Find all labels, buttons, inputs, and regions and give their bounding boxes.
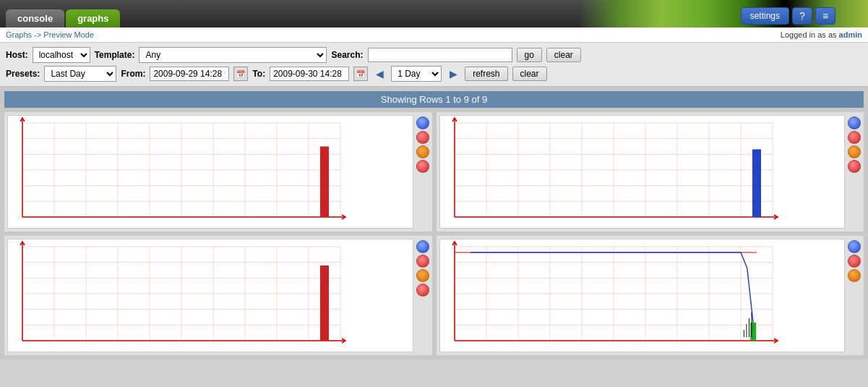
template-select[interactable]: Any — [139, 47, 327, 63]
search-label: Search: — [331, 50, 363, 60]
graph-1[interactable] — [7, 115, 413, 229]
template-label: Template: — [95, 50, 135, 60]
graph-2-zoom-icon[interactable] — [848, 116, 861, 129]
graph-2-down-icon[interactable] — [848, 131, 861, 144]
settings-button[interactable]: settings — [741, 7, 789, 25]
to-calendar-button[interactable]: 📅 — [353, 67, 368, 81]
tab-graphs[interactable]: graphs — [66, 9, 120, 27]
menu-icon-button[interactable]: ≡ — [815, 7, 835, 25]
graph-4-zoom-icon[interactable] — [848, 240, 861, 253]
graph-2-delete-icon[interactable] — [848, 160, 861, 173]
content-area: Showing Rows 1 to 9 of 9 — [0, 87, 868, 360]
breadcrumb-page: Preview Mode — [43, 30, 94, 39]
go-button[interactable]: go — [517, 48, 542, 62]
host-select[interactable]: localhost — [33, 47, 90, 63]
graph-1-icons — [416, 115, 429, 173]
logged-in-status: Logged in as as admin — [781, 30, 862, 39]
graph-4-down-icon[interactable] — [848, 255, 861, 268]
graph-2-icons — [848, 115, 861, 173]
from-label: From: — [121, 69, 145, 79]
logged-in-user: admin — [839, 30, 862, 39]
graph-cell-4 — [437, 236, 864, 355]
presets-label: Presets: — [6, 69, 40, 79]
graph-3-icons — [416, 239, 429, 297]
toolbar: Host: localhost Template: Any Search: go… — [0, 43, 868, 87]
search-input[interactable] — [368, 48, 512, 62]
header: console graphs settings ? ≡ — [0, 0, 868, 27]
toolbar-row-1: Host: localhost Template: Any Search: go… — [6, 47, 862, 63]
breadcrumb: Graphs -> Preview Mode Logged in as as a… — [0, 27, 868, 43]
graph-cell-2 — [437, 112, 864, 231]
graph-1-zoom-icon[interactable] — [416, 116, 429, 129]
graph-3-delete-icon[interactable] — [416, 284, 429, 297]
graph-3-down-icon[interactable] — [416, 255, 429, 268]
from-calendar-button[interactable]: 📅 — [233, 67, 248, 81]
clear-button-1[interactable]: clear — [546, 48, 581, 62]
help-icon-button[interactable]: ? — [792, 7, 812, 25]
tab-console[interactable]: console — [6, 9, 64, 27]
clear-button-2[interactable]: clear — [512, 67, 547, 81]
graph-1-delete-icon[interactable] — [416, 160, 429, 173]
presets-select[interactable]: Last Day — [44, 66, 116, 82]
next-interval-button[interactable]: ▶ — [446, 67, 460, 81]
graph-2[interactable] — [439, 115, 846, 229]
breadcrumb-link[interactable]: Graphs — [6, 30, 32, 39]
breadcrumb-separator: -> — [34, 30, 43, 39]
graph-1-edit-icon[interactable] — [416, 145, 429, 158]
header-right-buttons: settings ? ≡ — [741, 7, 835, 25]
graph-cell-3 — [4, 236, 432, 355]
graphs-grid — [4, 112, 864, 355]
prev-interval-button[interactable]: ◀ — [372, 67, 387, 81]
to-input[interactable] — [270, 67, 349, 81]
graph-3-edit-icon[interactable] — [416, 269, 429, 282]
showing-rows-bar: Showing Rows 1 to 9 of 9 — [4, 91, 864, 108]
graph-1-down-icon[interactable] — [416, 131, 429, 144]
graph-3-zoom-icon[interactable] — [416, 240, 429, 253]
graph-4-edit-icon[interactable] — [848, 269, 861, 282]
interval-select[interactable]: 1 Day — [391, 66, 442, 82]
refresh-button[interactable]: refresh — [465, 67, 507, 81]
graph-cell-1 — [4, 112, 432, 231]
graph-4-icons — [848, 239, 861, 282]
to-label: To: — [252, 69, 265, 79]
graph-3[interactable] — [7, 239, 413, 352]
graph-2-edit-icon[interactable] — [848, 145, 861, 158]
from-input[interactable] — [150, 67, 229, 81]
host-label: Host: — [6, 50, 28, 60]
toolbar-row-2: Presets: Last Day From: 📅 To: 📅 ◀ 1 Day … — [6, 66, 862, 82]
graph-4[interactable] — [439, 239, 846, 352]
